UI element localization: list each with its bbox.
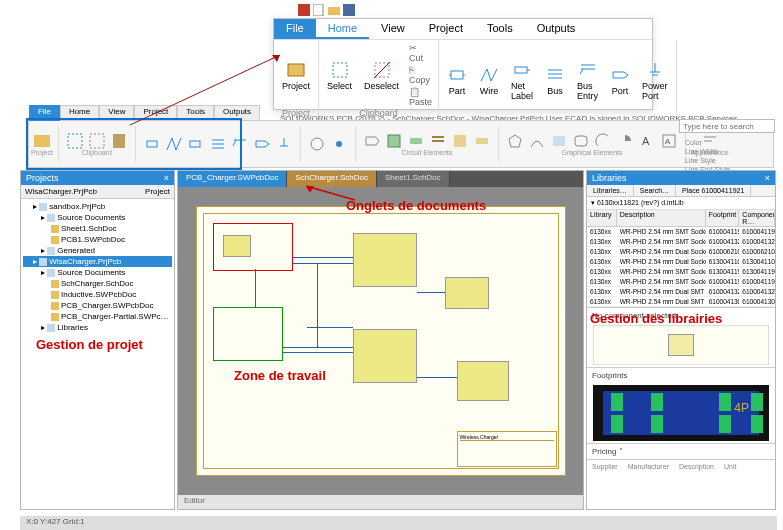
library-row[interactable]: 6130xxWR-PHD 2.54 mm SMT Socket Header,6… (587, 237, 775, 247)
open-icon[interactable] (328, 4, 340, 16)
library-row[interactable]: 6130xxWR-PHD 2.54 mm Dual Socket Header6… (587, 247, 775, 257)
doc-tab-pcb[interactable]: PCB_Charger.SWPcbDoc (178, 171, 287, 187)
port-button[interactable]: Port (606, 63, 634, 98)
projects-title: Projects (26, 173, 59, 183)
search-input[interactable] (679, 119, 775, 133)
tree-node[interactable]: ▸ WisaCharger.PrjPcb (23, 256, 172, 267)
tree-node[interactable]: ▸ sandbox.PrjPcb (23, 201, 172, 212)
junction-icon[interactable] (331, 136, 347, 152)
tab-view-small[interactable]: View (99, 105, 134, 121)
tab-file[interactable]: File (274, 19, 316, 39)
cut-button[interactable]: ✂ Cut (407, 42, 434, 64)
close-icon[interactable]: × (164, 173, 169, 183)
bus-icon[interactable] (210, 136, 226, 152)
svg-rect-27 (190, 141, 200, 147)
folder-icon[interactable] (34, 133, 50, 149)
footprints-label: Footprints (587, 367, 775, 383)
tree-node[interactable]: ▸ Libraries (23, 322, 172, 333)
tree-node[interactable]: ▸ Source Documents (23, 212, 172, 223)
tab-outputs-small[interactable]: Outputs (214, 105, 260, 121)
tab-outputs[interactable]: Outputs (525, 19, 588, 39)
tree-node[interactable]: ▸ Generated (23, 245, 172, 256)
library-row[interactable]: 6130xxWR-PHD 2.54 mm Dual SMT Socket He6… (587, 287, 775, 297)
bezier-icon[interactable] (529, 133, 545, 149)
netlabel-button[interactable]: Net Label (507, 58, 537, 103)
tree-node[interactable]: Sheet1.SchDoc (23, 223, 172, 234)
port-icon[interactable] (254, 136, 270, 152)
tree-node[interactable]: PCB_Charger-Partial.SWPcbDoc (23, 311, 172, 322)
library-row[interactable]: 6130xxWR-PHD 2.54 mm Dual Socket Header6… (587, 257, 775, 267)
polygon-icon[interactable] (507, 133, 523, 149)
image-icon[interactable] (551, 133, 567, 149)
paste-button[interactable]: 📋 Paste (407, 86, 434, 108)
busentry-button[interactable]: Bus Entry (573, 58, 602, 103)
lib-tab-libraries[interactable]: Libraries… (587, 185, 634, 196)
tree-node[interactable]: Inductive.SWPcbDoc (23, 289, 172, 300)
project-tree[interactable]: ▸ sandbox.PrjPcb▸ Source DocumentsSheet1… (21, 199, 174, 509)
svg-rect-1 (313, 4, 323, 16)
project-menu-button[interactable]: Project (145, 187, 170, 196)
svg-rect-2 (328, 7, 340, 15)
tab-project[interactable]: Project (417, 19, 475, 39)
library-row[interactable]: 6130xxWR-PHD 2.54 mm SMT Socket Header,6… (587, 267, 775, 277)
lib-tab-place[interactable]: Place 61000411921 (676, 185, 751, 196)
deselect-button[interactable]: Deselect (360, 58, 403, 93)
offsheet-icon[interactable] (364, 133, 380, 149)
app-icon[interactable] (298, 4, 310, 16)
library-row[interactable]: 6130xxWR-PHD 2.54 mm SMT Socket Header,6… (587, 277, 775, 287)
col-library[interactable]: Library (587, 210, 617, 226)
arc-icon[interactable] (595, 133, 611, 149)
tab-tools-small[interactable]: Tools (177, 105, 214, 121)
new-icon[interactable] (313, 4, 325, 16)
powerport-icon[interactable] (276, 136, 292, 152)
lib-selected[interactable]: ▾ 6130xx11821 (rev?) d.intLib (587, 197, 775, 210)
harness-entry-icon[interactable] (474, 133, 490, 149)
project-button[interactable]: Project (278, 58, 314, 93)
netlabel-icon[interactable] (188, 136, 204, 152)
sheetentry-icon[interactable] (408, 133, 424, 149)
tree-node[interactable]: PCB_Charger.SWPcbDoc (23, 300, 172, 311)
close-icon[interactable]: × (765, 173, 770, 183)
roundrect-icon[interactable] (573, 133, 589, 149)
deselect-icon[interactable] (89, 133, 105, 149)
bus-button[interactable]: Bus (541, 63, 569, 98)
directives-icon[interactable] (309, 136, 325, 152)
tab-tools[interactable]: Tools (475, 19, 525, 39)
powerport-button[interactable]: Power Port (638, 58, 672, 103)
col-description[interactable]: Description (617, 210, 706, 226)
tab-project-small[interactable]: Project (134, 105, 177, 121)
textframe-icon[interactable]: A (661, 133, 677, 149)
tree-node[interactable]: ▸ Source Documents (23, 267, 172, 278)
paste-icon[interactable] (111, 133, 127, 149)
schematic-canvas[interactable]: Wireless Charger (178, 187, 583, 495)
tab-home-small[interactable]: Home (60, 105, 99, 121)
save-icon[interactable] (343, 4, 355, 16)
wire-icon[interactable] (166, 136, 182, 152)
part-icon[interactable] (144, 136, 160, 152)
copy-button[interactable]: ⎘ Copy (407, 64, 434, 86)
libraries-panel: Libraries× Libraries… Search… Place 6100… (586, 170, 776, 510)
tab-home[interactable]: Home (316, 19, 369, 39)
part-button[interactable]: Part (443, 63, 471, 98)
sheetsymbol-icon[interactable] (386, 133, 402, 149)
doc-tab-sheet1[interactable]: Sheet1.SchDoc (377, 171, 450, 187)
col-componentref[interactable]: Component R… (739, 210, 775, 226)
library-row[interactable]: 6130xxWR-PHD 2.54 mm SMT Socket Header,6… (587, 227, 775, 237)
harness-conn-icon[interactable] (452, 133, 468, 149)
tab-file-small[interactable]: File (29, 105, 60, 121)
pie-icon[interactable] (617, 133, 633, 149)
text-icon[interactable]: A (639, 133, 655, 149)
harness-icon[interactable] (430, 133, 446, 149)
tab-view[interactable]: View (369, 19, 417, 39)
tree-node[interactable]: PCB1.SWPcbDoc (23, 234, 172, 245)
lib-tab-search[interactable]: Search… (634, 185, 676, 196)
select-button[interactable]: Select (323, 58, 356, 93)
busentry-icon[interactable] (232, 136, 248, 152)
select-icon[interactable] (67, 133, 83, 149)
quick-access-toolbar (298, 4, 355, 16)
tree-node[interactable]: SchCharger.SchDoc (23, 278, 172, 289)
col-footprint[interactable]: Footprint (706, 210, 740, 226)
library-row[interactable]: 6130xxWR-PHD 2.54 mm Dual SMT Socket He6… (587, 297, 775, 307)
doc-tab-sch[interactable]: SchCharger.SchDoc (287, 171, 376, 187)
wire-button[interactable]: Wire (475, 63, 503, 98)
